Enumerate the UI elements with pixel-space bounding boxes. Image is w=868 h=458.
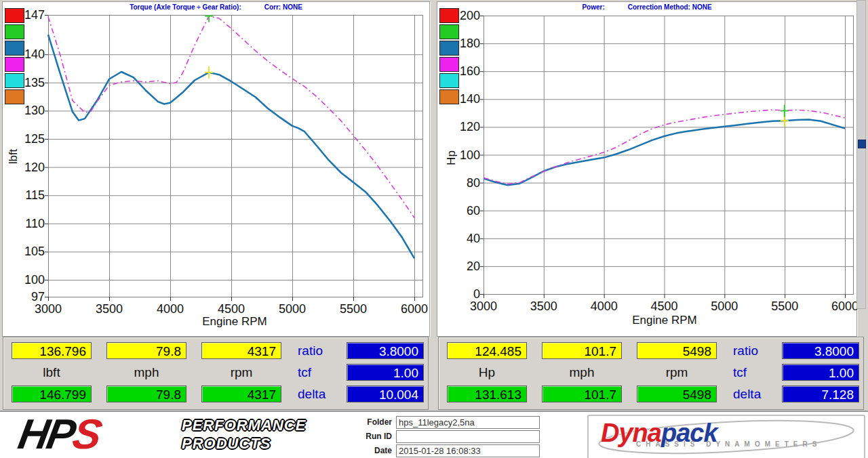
dynapack-subtitle: CHASSIS DYNAMOMETERS [636, 440, 821, 448]
torque-chart-title: Torque (Axle Torque ÷ Gear Ratio):Corr: … [3, 3, 429, 11]
ratio-value: 3.8000 [347, 342, 424, 359]
ratio-value: 3.8000 [782, 342, 859, 359]
y-tick-label: 120 [446, 120, 480, 134]
torque-ref-value: 146.799 [12, 386, 92, 402]
torque-cursor-value: 136.796 [12, 342, 92, 359]
y-tick-label: 130 [11, 104, 45, 118]
tcf-label: tcf [298, 364, 347, 381]
x-tick-label: 4000 [150, 302, 191, 316]
power-cursor-value: 124.485 [447, 342, 527, 359]
power-plot-area[interactable] [480, 16, 854, 301]
power-ref-mph: 101.7 [542, 386, 622, 402]
x-tick-label: 5500 [764, 299, 805, 314]
rpm-unit-label: rpm [201, 364, 281, 381]
power-values-panel: 124.485 101.7 5498 Hp mph rpm 131.613 10… [438, 337, 864, 410]
power-cursor-mph: 101.7 [542, 342, 622, 359]
y-tick-label: 110 [11, 217, 45, 231]
x-tick-label: 3000 [463, 299, 504, 314]
power-chart-panel: Power:Correction Method: NONE Hp Engine … [437, 1, 857, 337]
folder-field-label: Folder [351, 417, 392, 427]
date-input[interactable] [396, 444, 540, 457]
torque-chart-panel: Torque (Axle Torque ÷ Gear Ratio):Corr: … [2, 1, 430, 337]
y-tick-label: 20 [446, 259, 480, 274]
power-ref-value: 131.613 [447, 386, 527, 402]
power-correction-text: Correction Method: NONE [628, 3, 712, 11]
x-tick-label: 3000 [28, 302, 68, 316]
power-ref-rpm: 5498 [637, 386, 717, 402]
power-unit-label: Hp [447, 364, 527, 381]
y-tick-label: 105 [11, 245, 45, 259]
y-tick-label: 120 [11, 161, 45, 175]
delta-label: delta [733, 386, 782, 402]
y-tick-label: 125 [11, 132, 45, 146]
tcf-label: tcf [733, 364, 782, 381]
y-tick-label: 135 [11, 76, 45, 90]
hps-performance-text: PERFORMANCE [182, 416, 306, 434]
torque-ref-mph: 79.8 [106, 386, 186, 402]
x-tick-label: 4000 [584, 299, 625, 314]
torque-cursor-rpm: 4317 [201, 342, 281, 359]
y-tick-label: 200 [446, 9, 480, 23]
torque-unit-label: lbft [12, 364, 92, 381]
footer-bar: HPS PERFORMANCE PRODUCTS Folder Run ID D… [0, 411, 868, 458]
delta-value: 7.128 [782, 386, 859, 402]
x-tick-label: 3500 [89, 302, 130, 316]
tcf-value: 1.00 [347, 364, 424, 381]
power-cursor-rpm: 5498 [637, 342, 717, 359]
torque-ref-rpm: 4317 [201, 386, 281, 402]
x-tick-label: 3500 [524, 299, 564, 314]
date-field-label: Date [351, 446, 392, 455]
cursor-scrollbar-track[interactable] [856, 0, 866, 309]
y-tick-label: 40 [446, 232, 480, 246]
x-tick-label: 6000 [394, 302, 435, 316]
hps-logo-hp: HP [15, 411, 77, 457]
ratio-label: ratio [733, 342, 782, 359]
y-tick-label: 160 [446, 64, 480, 79]
run-color-swatch[interactable] [5, 89, 24, 104]
torque-x-axis-label: Engine RPM [187, 315, 282, 329]
x-tick-label: 5000 [704, 299, 745, 314]
y-tick-label: 147 [11, 8, 45, 22]
y-tick-label: 180 [446, 37, 480, 51]
x-tick-label: 4500 [644, 299, 685, 314]
torque-values-panel: 136.796 79.8 4317 lbft mph rpm 146.799 7… [3, 337, 429, 410]
run-color-swatch[interactable] [5, 24, 24, 39]
torque-title-text: Torque (Axle Torque ÷ Gear Ratio): [130, 3, 241, 11]
plot-border [49, 16, 423, 297]
power-chart-title: Power:Correction Method: NONE [437, 3, 856, 11]
folder-input[interactable] [396, 416, 540, 429]
run-id-input[interactable] [396, 430, 540, 443]
power-x-axis-label: Engine RPM [617, 314, 712, 327]
y-tick-label: 100 [11, 273, 45, 287]
tcf-value: 1.00 [782, 364, 859, 381]
delta-value: 10.004 [347, 386, 424, 402]
y-tick-label: 140 [11, 47, 45, 62]
torque-plot-area[interactable] [45, 15, 424, 304]
hps-products-text: PRODUCTS [182, 434, 306, 453]
y-tick-label: 60 [446, 204, 480, 218]
torque-correction-text: Corr: NONE [264, 3, 302, 11]
rpm-unit-label: rpm [637, 364, 717, 381]
y-tick-label: 80 [446, 176, 480, 190]
y-tick-label: 115 [11, 188, 45, 203]
torque-cursor-mph: 79.8 [106, 342, 186, 359]
run-id-field-label: Run ID [351, 432, 392, 441]
power-title-text: Power: [582, 3, 604, 11]
hps-logo-text: PERFORMANCE PRODUCTS [182, 416, 306, 453]
cursor-scrollbar-thumb[interactable] [858, 140, 866, 148]
mph-unit-label: mph [542, 364, 622, 381]
y-tick-label: 100 [446, 148, 480, 163]
x-tick-label: 5500 [333, 302, 374, 316]
y-tick-label: 140 [446, 92, 480, 106]
x-tick-label: 5000 [272, 302, 313, 316]
ratio-label: ratio [298, 342, 347, 359]
dynapack-dyno-app: Torque (Axle Torque ÷ Gear Ratio):Corr: … [0, 0, 868, 458]
hps-logo: HPS [15, 412, 103, 457]
mph-unit-label: mph [106, 364, 186, 381]
x-tick-label: 4500 [211, 302, 252, 316]
dynapack-logo: Dynapack CHASSIS DYNAMOMETERS [587, 415, 865, 458]
delta-label: delta [298, 386, 347, 402]
